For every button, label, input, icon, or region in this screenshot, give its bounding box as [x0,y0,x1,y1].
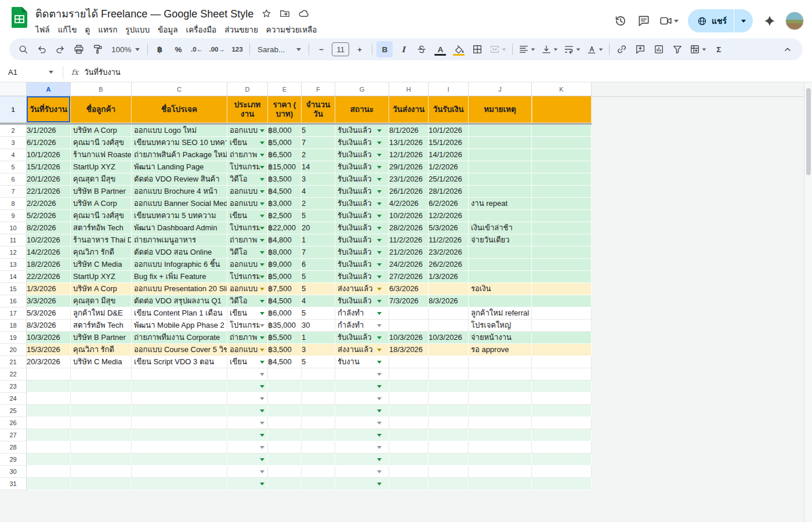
dropdown-arrow-icon[interactable] [377,227,382,230]
dropdown-arrow-icon[interactable] [260,227,264,230]
functions-button[interactable]: Σ [710,41,727,57]
cell-A14[interactable]: 22/2/2026 [27,271,71,283]
cell-G14[interactable]: รับเงินแล้ว [335,271,389,283]
cell-C9[interactable]: เขียนบทความ 5 บทความ [132,210,227,222]
dropdown-arrow-icon[interactable] [377,312,382,315]
header-cell-C1[interactable]: ชื่อโปรเจค [132,96,227,123]
insert-comment-icon[interactable] [632,41,648,57]
cell-J5[interactable] [469,161,532,173]
cell-I7[interactable]: 28/1/2026 [429,186,469,198]
cell-G24[interactable] [335,393,389,405]
cell-C23[interactable] [132,380,227,393]
header-cell-B1[interactable]: ชื่อลูกค้า [71,96,132,123]
cell-G19[interactable]: รับเงินแล้ว [335,332,389,344]
cell-B16[interactable]: คุณสุดา มีสุข [71,295,132,307]
dropdown-arrow-icon[interactable] [377,458,382,461]
dropdown-arrow-icon[interactable] [377,215,382,217]
cell-K26[interactable] [532,417,592,429]
vertical-scrollbar[interactable] [804,82,812,522]
cell-G6[interactable]: รับเงินแล้ว [335,173,389,186]
cell-H14[interactable]: 27/2/2026 [389,271,429,283]
dropdown-arrow-icon[interactable] [260,422,264,425]
cell-E7[interactable]: ฿4,500 [268,186,302,198]
avatar[interactable] [785,12,804,30]
move-folder-icon[interactable] [280,8,290,19]
gemini-icon[interactable] [762,13,777,28]
cell-H9[interactable]: 10/2/2026 [389,210,429,222]
cell-B24[interactable] [71,393,132,405]
strikethrough-icon[interactable] [414,41,430,57]
cell-D21[interactable]: เขียน [227,356,268,368]
table-views-icon[interactable] [688,41,708,57]
cell-I31[interactable] [429,478,469,490]
cell-F20[interactable]: 3 [302,344,335,356]
cell-K27[interactable] [532,429,592,441]
cell-K18[interactable] [532,320,592,332]
cell-F5[interactable]: 14 [302,161,335,173]
row-header-30[interactable]: 30 [0,466,27,478]
cell-K31[interactable] [532,478,592,490]
cell-H10[interactable]: 28/2/2026 [389,222,429,234]
cell-H17[interactable] [389,307,429,320]
cell-B23[interactable] [71,380,132,393]
cell-H30[interactable] [389,466,429,478]
search-icon[interactable] [15,41,31,57]
cell-D23[interactable] [227,380,268,393]
header-cell-A1[interactable]: วันที่รับงาน [27,96,71,123]
cell-I8[interactable]: 6/2/2026 [429,198,469,210]
cell-D2[interactable]: ออกแบบ [227,125,268,137]
row-header-9[interactable]: 9 [0,210,27,222]
cell-B20[interactable]: คุณวิภา รักดี [71,344,132,356]
col-header-H[interactable]: H [389,82,429,96]
cell-C15[interactable]: ออกแบบ Presentation 20 Sli [132,283,227,295]
menu-item-0[interactable]: ไฟล์ [31,22,54,37]
cell-F6[interactable]: 3 [302,173,335,186]
cell-K19[interactable] [532,332,592,344]
cell-K22[interactable] [532,368,592,380]
cell-I14[interactable]: 1/3/2026 [429,271,469,283]
cell-B11[interactable]: ร้านอาหาร Thai D [71,234,132,246]
cell-G15[interactable]: ส่งงานแล้ว [335,283,389,295]
cell-H6[interactable]: 23/1/2026 [389,173,429,186]
menu-item-6[interactable]: เครื่องมือ [182,22,221,37]
cell-J12[interactable] [469,246,532,259]
col-header-J[interactable]: J [469,82,532,96]
dropdown-arrow-icon[interactable] [260,166,264,169]
cell-K29[interactable] [532,454,592,466]
cell-J27[interactable] [469,429,532,441]
cell-A31[interactable] [27,478,71,490]
cell-E24[interactable] [268,393,302,405]
cell-A28[interactable] [27,441,71,454]
cell-J23[interactable] [469,380,532,393]
cell-C3[interactable]: เขียนบทความ SEO 10 บทความ [132,137,227,149]
cell-D5[interactable]: โปรแกรม [227,161,268,173]
cell-F25[interactable] [302,405,335,417]
cell-F30[interactable] [302,466,335,478]
cell-I27[interactable] [429,429,469,441]
dropdown-arrow-icon[interactable] [377,409,382,412]
cell-F26[interactable] [302,417,335,429]
cell-I19[interactable]: 10/3/2026 [429,332,469,344]
increase-decimal-button[interactable]: .00→ [208,41,227,57]
cell-E19[interactable]: ฿5,500 [268,332,302,344]
cell-G10[interactable]: รับเงินแล้ว [335,222,389,234]
cell-G4[interactable]: รับเงินแล้ว [335,149,389,161]
row-header-11[interactable]: 11 [0,234,27,246]
cell-A6[interactable]: 20/1/2026 [27,173,71,186]
currency-baht-button[interactable]: ฿ [152,41,168,57]
comment-icon[interactable] [636,13,651,28]
cell-J3[interactable] [469,137,532,149]
row-header-7[interactable]: 7 [0,186,27,198]
cell-D8[interactable]: ออกแบบ [227,198,268,210]
cell-A4[interactable]: 10/1/2026 [27,149,71,161]
select-all-corner[interactable] [0,82,27,96]
row-header-10[interactable]: 10 [0,222,27,234]
row-header-22[interactable]: 22 [0,368,27,380]
cell-H21[interactable] [389,356,429,368]
cell-I17[interactable] [429,307,469,320]
cell-H23[interactable] [389,380,429,393]
cell-C25[interactable] [132,405,227,417]
cell-B10[interactable]: สตาร์ทอัพ Tech [71,222,132,234]
cell-A5[interactable]: 15/1/2026 [27,161,71,173]
cell-H4[interactable]: 12/1/2026 [389,149,429,161]
